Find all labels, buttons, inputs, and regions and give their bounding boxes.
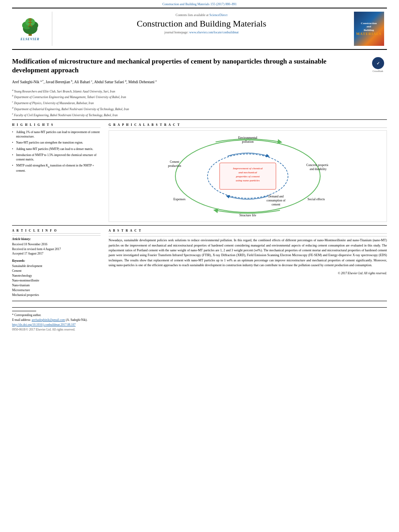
keyword-1: Sustainable development	[12, 264, 101, 269]
svg-text:pollution: pollution	[242, 140, 254, 144]
science-direct-line: Contents lists available at ScienceDirec…	[60, 13, 343, 17]
graphical-abstract-heading: G R A P H I C A L A B S T R A C T	[109, 123, 387, 128]
corresponding-note: * Corresponding author.	[12, 313, 387, 317]
svg-text:Concrete properties: Concrete properties	[306, 163, 328, 167]
cover-line2: and	[366, 25, 371, 28]
history-label: Article history:	[12, 237, 101, 241]
highlights-column: H I G H L I G H T S Adding 1% of nano-MT…	[12, 123, 101, 222]
email-label: E-mail address:	[12, 318, 31, 322]
svg-text:Improvement of chemical: Improvement of chemical	[232, 167, 263, 170]
keyword-4: Nano-montmorillonite	[12, 278, 101, 283]
cover-image: Construction and Building MATERIALS	[354, 12, 384, 46]
article-dates: Received 10 November 2016 Received in re…	[12, 242, 101, 256]
email-name: (A. Sadeghi-Nik).	[66, 318, 88, 322]
author-mehdi: Mehdi Dehestani e	[128, 80, 157, 84]
author-aref: Aref Sadeghi-Nik a,*,	[12, 80, 45, 84]
doi-line: http://dx.doi.org/10.1016/j.conbuildmat.…	[12, 323, 387, 327]
highlights-abstract-section: H I G H L I G H T S Adding 1% of nano-MT…	[12, 123, 387, 222]
abstract-heading: A B S T R A C T	[109, 229, 387, 234]
affiliation-b: b Department of Construction Engineering…	[12, 94, 387, 99]
doi-link[interactable]: http://dx.doi.org/10.1016/j.conbuildmat.…	[12, 323, 76, 327]
author-javad: Javad Berenjian b,	[45, 80, 74, 84]
keyword-7: Mechanical properties	[12, 293, 101, 298]
svg-text:Structure life: Structure life	[239, 214, 256, 217]
article-info-abstract-section: A R T I C L E I N F O Article history: R…	[12, 225, 387, 298]
affiliations: a Young Researchers and Elite Club, Sari…	[12, 88, 387, 117]
svg-text:Demand and: Demand and	[268, 195, 284, 198]
keywords-label: Keywords:	[12, 259, 101, 263]
page: Construction and Building Materials 155 …	[0, 0, 399, 532]
journal-homepage: journal homepage: www.elsevier.com/locat…	[60, 31, 343, 34]
footer-rule	[12, 311, 36, 311]
affiliation-c: c Department of Physics, University of M…	[12, 100, 387, 105]
cover-line3: Building	[364, 29, 374, 32]
svg-text:consumption of: consumption of	[267, 199, 286, 202]
cycle-svg: Improvement of chemical and mechanical p…	[167, 134, 328, 218]
journal-header: ELSEVIER Contents lists available at Sci…	[12, 8, 387, 50]
article-title: Modification of microstructure and mecha…	[12, 57, 365, 75]
journal-title: Construction and Building Materials	[60, 18, 343, 29]
svg-text:Environmental: Environmental	[238, 136, 257, 140]
abstract-section: A B S T R A C T Nowadays, sustainable de…	[109, 229, 387, 298]
article-info-heading: A R T I C L E I N F O	[12, 229, 101, 234]
author-abdul: Abdul Sattar Safaei d,	[94, 80, 128, 84]
homepage-url: www.elsevier.com/locate/conbuildmat	[189, 31, 239, 34]
highlight-item-5: NMTP could strengthen Kα transition of e…	[12, 164, 101, 173]
abstract-text: Nowadays, sustainable development polici…	[109, 238, 387, 268]
keywords-list: Sustainable development Cement Nanotechn…	[12, 264, 101, 298]
svg-text:Cement: Cement	[170, 160, 179, 164]
elsevier-label: ELSEVIER	[21, 37, 39, 41]
svg-text:properties of cement: properties of cement	[236, 175, 260, 178]
divider-1	[12, 119, 387, 120]
svg-text:using nano-particles: using nano-particles	[236, 179, 260, 182]
accepted-date: Accepted 17 August 2017	[12, 251, 101, 256]
svg-text:and mechanical: and mechanical	[239, 171, 257, 174]
article-info: A R T I C L E I N F O Article history: R…	[12, 229, 101, 298]
svg-point-5	[29, 18, 32, 21]
issn-line: 0950-0618/© 2017 Elsevier Ltd. All right…	[12, 328, 387, 331]
highlights-list: Adding 1% of nano-MT particles can lead …	[12, 130, 101, 173]
affiliation-a: a Young Researchers and Elite Club, Sari…	[12, 88, 387, 94]
citation-text: Construction and Building Materials 155 …	[162, 2, 237, 6]
article-info-divider	[12, 235, 101, 236]
graphical-abstract-column: G R A P H I C A L A B S T R A C T	[109, 123, 387, 222]
journal-cover: Construction and Building MATERIALS	[351, 12, 387, 46]
divider-2	[12, 301, 387, 301]
article-title-section: Modification of microstructure and mecha…	[12, 54, 387, 77]
journal-center: Contents lists available at ScienceDirec…	[52, 12, 351, 46]
author-ali: Ali Bahari c,	[74, 80, 94, 84]
crossmark-badge: ✓ CrossMark	[369, 57, 387, 72]
svg-text:cement: cement	[271, 203, 281, 206]
highlight-item-3: Adding nano-MT particles (NMTP) can lead…	[12, 147, 101, 152]
keyword-2: Cement	[12, 269, 101, 273]
crossmark-icon: ✓	[372, 57, 384, 69]
keyword-6: Microstructure	[12, 288, 101, 293]
affiliation-d: d Department of Industrial Engineering, …	[12, 106, 387, 111]
elsevier-logo: ELSEVIER	[12, 12, 52, 46]
svg-text:Expenses: Expenses	[173, 197, 185, 201]
affiliation-e: e Faculty of Civil Engineering, Babol No…	[12, 112, 387, 117]
keyword-5: Nano-titanium	[12, 283, 101, 288]
cover-line1: Construction	[361, 22, 376, 25]
svg-text:Social effects: Social effects	[307, 197, 325, 201]
email-address[interactable]: arefsadeghinik@gmail.com	[32, 318, 65, 322]
svg-text:production: production	[168, 164, 181, 168]
cover-materials: MATERIALS	[356, 32, 382, 36]
graphical-abstract-diagram: Improvement of chemical and mechanical p…	[109, 130, 387, 222]
highlights-heading: H I G H L I G H T S	[12, 123, 101, 128]
highlight-item-4: Introduction of NMTP to 1.5% improved th…	[12, 153, 101, 162]
science-direct-link[interactable]: ScienceDirect	[210, 13, 228, 17]
article-body: Modification of microstructure and mecha…	[12, 50, 387, 301]
received-date: Received 10 November 2016	[12, 242, 101, 246]
copyright-text: © 2017 Elsevier Ltd. All rights reserved…	[109, 271, 387, 275]
top-citation: Construction and Building Materials 155 …	[0, 0, 399, 8]
revised-date: Received in revised form 4 August 2017	[12, 247, 101, 251]
abstract-divider	[109, 236, 387, 236]
science-direct-prefix: Contents lists available at	[176, 13, 209, 17]
keyword-3: Nanotechnology	[12, 273, 101, 278]
highlight-item-2: Nano-MT particles can strengthen the tra…	[12, 141, 101, 145]
footer: * Corresponding author. E-mail address: …	[12, 307, 387, 331]
highlight-item-1: Adding 1% of nano-MT particles can lead …	[12, 130, 101, 139]
elsevier-tree-icon	[18, 16, 42, 37]
crossmark-label: CrossMark	[372, 70, 383, 72]
